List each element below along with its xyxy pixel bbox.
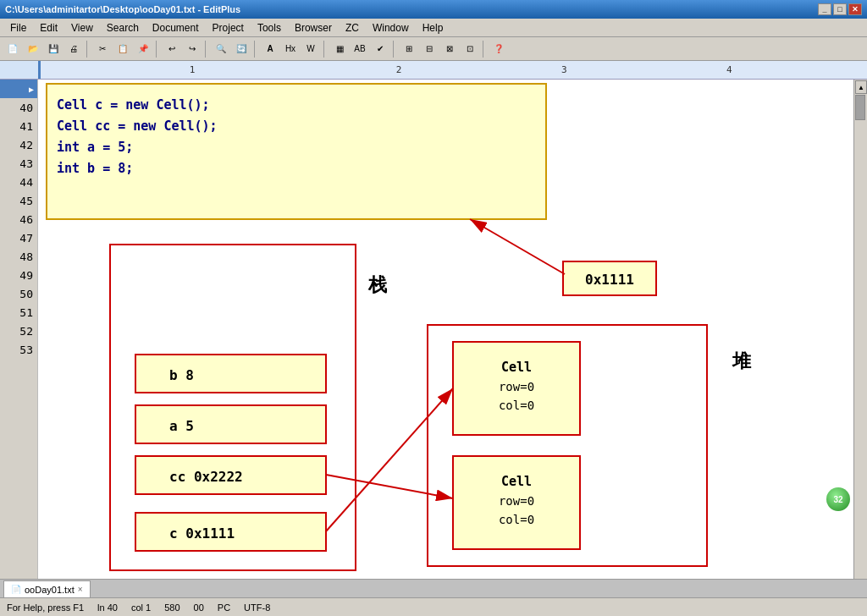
toolbar: 📄 📂 💾 🖨 ✂ 📋 📌 ↩ ↪ 🔍 🔄 A Hx W ▦ AB ✔ ⊞ ⊟ … bbox=[0, 37, 867, 61]
extra-btn6[interactable]: ⊠ bbox=[440, 40, 459, 58]
svg-text:Cell cc = new Cell();: Cell cc = new Cell(); bbox=[57, 118, 218, 134]
print-btn[interactable]: 🖨 bbox=[64, 40, 83, 58]
sep3 bbox=[205, 41, 208, 58]
svg-text:col=0: col=0 bbox=[499, 399, 534, 412]
find-btn[interactable]: 🔍 bbox=[212, 40, 230, 58]
extra-btn5[interactable]: ⊟ bbox=[420, 40, 439, 58]
scrollbar-thumb[interactable] bbox=[855, 95, 865, 120]
active-tab[interactable]: 📄 ooDay01.txt × bbox=[3, 580, 91, 597]
help-text: For Help, press F1 bbox=[7, 602, 84, 613]
svg-text:c 0x1111: c 0x1111 bbox=[169, 525, 235, 542]
menu-edit[interactable]: Edit bbox=[33, 20, 64, 36]
diagram-svg: Cell c = new Cell(); Cell cc = new Cell(… bbox=[38, 80, 853, 579]
redo-btn[interactable]: ↪ bbox=[183, 40, 202, 58]
extra-btn1[interactable]: ▦ bbox=[330, 40, 349, 58]
ruler-mark-2: 2 bbox=[396, 64, 402, 75]
svg-rect-10 bbox=[135, 355, 326, 393]
svg-text:int b = 8;: int b = 8; bbox=[57, 161, 133, 176]
v-scrollbar[interactable]: ▲ bbox=[853, 80, 867, 579]
line-num-46: 46 bbox=[0, 210, 37, 228]
sep1 bbox=[86, 41, 90, 58]
title-bar-controls: _ □ ✕ bbox=[818, 3, 862, 15]
extra-btn7[interactable]: ⊡ bbox=[461, 40, 479, 58]
svg-text:堆: 堆 bbox=[732, 350, 752, 371]
svg-text:row=0: row=0 bbox=[499, 494, 534, 508]
line-indicator: ln 40 bbox=[97, 602, 118, 613]
svg-text:Cell: Cell bbox=[501, 474, 532, 489]
tab-bar: 📄 ooDay01.txt × bbox=[0, 579, 867, 597]
menu-project[interactable]: Project bbox=[206, 20, 251, 36]
ruler-mark-3: 3 bbox=[561, 64, 567, 75]
cut-btn[interactable]: ✂ bbox=[93, 40, 112, 58]
menu-help[interactable]: Help bbox=[416, 20, 450, 36]
save-btn[interactable]: 💾 bbox=[44, 40, 63, 58]
svg-text:row=0: row=0 bbox=[499, 380, 534, 393]
italic-btn[interactable]: Hx bbox=[281, 40, 300, 58]
ruler-mark-1: 1 bbox=[190, 64, 196, 75]
title-bar-text: C:\Users\adminitartor\Desktop\ooDay01.tx… bbox=[5, 4, 240, 14]
paste-btn[interactable]: 📌 bbox=[134, 40, 152, 58]
scrollbar-up-btn[interactable]: ▲ bbox=[855, 80, 867, 94]
minimize-btn[interactable]: _ bbox=[818, 3, 831, 15]
line-num-42: 42 bbox=[0, 135, 37, 154]
editor-wrapper: 1 2 3 4 ▶ 40 41 42 43 44 45 46 47 48 49 … bbox=[0, 61, 867, 579]
num1-indicator: 580 bbox=[164, 602, 179, 613]
close-btn[interactable]: ✕ bbox=[848, 3, 862, 15]
open-btn[interactable]: 📂 bbox=[24, 40, 42, 58]
svg-rect-12 bbox=[135, 405, 326, 443]
line-num-51: 51 bbox=[0, 303, 37, 322]
svg-line-28 bbox=[326, 388, 453, 531]
menu-file[interactable]: File bbox=[3, 20, 33, 36]
svg-text:a 5: a 5 bbox=[169, 418, 194, 434]
menu-bar: File Edit View Search Document Project T… bbox=[0, 19, 867, 37]
svg-text:栈: 栈 bbox=[367, 274, 388, 295]
menu-tools[interactable]: Tools bbox=[251, 20, 288, 36]
replace-btn[interactable]: 🔄 bbox=[232, 40, 251, 58]
line-num-41: 41 bbox=[0, 117, 37, 135]
encoding-indicator: PC bbox=[218, 602, 230, 613]
line-num-arrow: ▶ bbox=[0, 80, 37, 98]
svg-text:Cell c = new Cell();: Cell c = new Cell(); bbox=[57, 97, 210, 113]
sep2 bbox=[156, 41, 159, 58]
menu-search[interactable]: Search bbox=[100, 20, 146, 36]
line-num-47: 47 bbox=[0, 228, 37, 247]
sep5 bbox=[323, 41, 327, 58]
sep6 bbox=[393, 41, 396, 58]
copy-btn[interactable]: 📋 bbox=[113, 40, 132, 58]
tab-close-btn[interactable]: × bbox=[78, 585, 83, 594]
menu-view[interactable]: View bbox=[64, 20, 100, 36]
tab-label: ooDay01.txt bbox=[25, 585, 75, 595]
extra-btn8[interactable]: ❓ bbox=[489, 40, 508, 58]
maximize-btn[interactable]: □ bbox=[833, 3, 847, 15]
line-num-45: 45 bbox=[0, 191, 37, 210]
svg-text:cc 0x2222: cc 0x2222 bbox=[169, 469, 243, 485]
extra-btn4[interactable]: ⊞ bbox=[400, 40, 418, 58]
line-num-49: 49 bbox=[0, 266, 37, 284]
svg-text:Cell: Cell bbox=[501, 360, 532, 375]
title-bar: C:\Users\adminitartor\Desktop\ooDay01.tx… bbox=[0, 0, 867, 19]
bold-btn[interactable]: A bbox=[261, 40, 279, 58]
menu-document[interactable]: Document bbox=[146, 20, 206, 36]
menu-window[interactable]: Window bbox=[366, 20, 416, 36]
ruler: 1 2 3 4 bbox=[0, 61, 867, 80]
sep4 bbox=[254, 41, 257, 58]
editor-content[interactable]: Cell c = new Cell(); Cell cc = new Cell(… bbox=[38, 80, 853, 579]
svg-text:0x1111: 0x1111 bbox=[585, 272, 634, 288]
menu-browser[interactable]: Browser bbox=[288, 20, 339, 36]
svg-line-29 bbox=[326, 475, 453, 498]
new-btn[interactable]: 📄 bbox=[3, 40, 22, 58]
line-numbers: ▶ 40 41 42 43 44 45 46 47 48 49 50 51 52… bbox=[0, 80, 38, 579]
line-num-43: 43 bbox=[0, 154, 37, 173]
undo-btn[interactable]: ↩ bbox=[163, 40, 181, 58]
extra-btn2[interactable]: AB bbox=[351, 40, 369, 58]
menu-zc[interactable]: ZC bbox=[339, 20, 366, 36]
line-num-52: 52 bbox=[0, 322, 37, 340]
svg-text:b 8: b 8 bbox=[169, 367, 194, 383]
extra-btn3[interactable]: ✔ bbox=[371, 40, 389, 58]
line-num-44: 44 bbox=[0, 173, 37, 191]
ruler-mark-4: 4 bbox=[726, 64, 732, 75]
num2-indicator: 00 bbox=[194, 602, 204, 613]
svg-text:int a = 5;: int a = 5; bbox=[57, 140, 133, 155]
underline-btn[interactable]: W bbox=[301, 40, 320, 58]
line-num-50: 50 bbox=[0, 284, 37, 303]
